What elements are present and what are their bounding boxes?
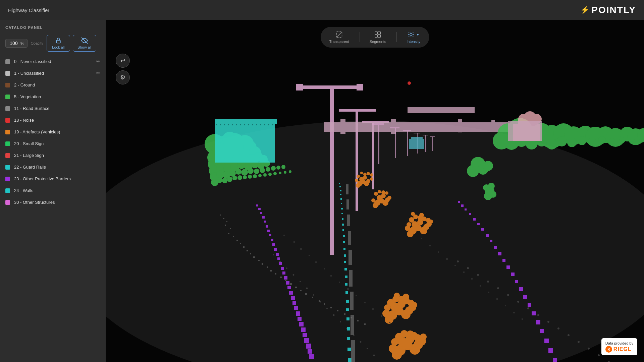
- svg-rect-64: [276, 253, 279, 256]
- svg-point-279: [237, 175, 242, 180]
- svg-rect-375: [283, 235, 285, 236]
- svg-rect-371: [351, 340, 355, 362]
- svg-rect-372: [409, 139, 424, 149]
- view-toolbar: Transparent Segments: [321, 27, 429, 48]
- svg-point-43: [313, 294, 314, 296]
- class-item-18[interactable]: 18 - Noise👁: [0, 114, 106, 126]
- svg-rect-330: [216, 124, 217, 125]
- svg-point-161: [363, 173, 367, 176]
- class-item-2[interactable]: 2 - Ground👁: [0, 79, 106, 91]
- svg-point-224: [406, 330, 414, 339]
- svg-rect-354: [390, 127, 399, 128]
- svg-rect-336: [240, 124, 241, 125]
- class-label-19: 19 - Artefacts (Vehicles): [14, 129, 96, 134]
- svg-point-163: [370, 173, 373, 177]
- show-all-label: Show all: [77, 45, 92, 49]
- svg-rect-24: [290, 283, 292, 285]
- lock-all-button[interactable]: Lock all: [47, 35, 70, 52]
- svg-rect-106: [544, 339, 549, 343]
- main-content: CATALOG PANEL 100 % Opacity Lock all: [0, 20, 644, 362]
- svg-rect-67: [281, 267, 284, 270]
- svg-point-49: [353, 335, 355, 336]
- class-item-11[interactable]: 11 - Road Surface👁: [0, 103, 106, 114]
- svg-rect-69: [284, 276, 287, 280]
- svg-point-263: [223, 171, 230, 179]
- svg-point-177: [385, 191, 388, 195]
- svg-point-156: [363, 176, 367, 180]
- svg-rect-96: [502, 259, 505, 262]
- svg-point-154: [364, 181, 369, 186]
- svg-point-47: [340, 321, 341, 322]
- svg-point-241: [236, 145, 251, 160]
- class-item-22[interactable]: 22 - Guard Rails👁: [0, 161, 106, 173]
- svg-rect-397: [488, 292, 489, 293]
- class-item-30[interactable]: 30 - Other Structures👁: [0, 196, 106, 208]
- svg-point-170: [381, 193, 386, 198]
- svg-point-216: [402, 340, 413, 350]
- svg-rect-140: [356, 111, 358, 211]
- svg-point-52: [373, 355, 375, 356]
- svg-point-264: [229, 170, 236, 177]
- settings-button[interactable]: ⚙: [116, 70, 130, 84]
- svg-point-313: [588, 138, 596, 146]
- svg-point-252: [209, 165, 220, 177]
- svg-rect-109: [339, 183, 340, 184]
- svg-point-287: [279, 172, 281, 174]
- class-item-5[interactable]: 5 - Vegetation👁: [0, 91, 106, 103]
- svg-point-288: [284, 171, 286, 174]
- svg-rect-112: [340, 194, 341, 195]
- svg-point-165: [357, 175, 360, 178]
- svg-rect-143: [362, 121, 389, 123]
- svg-point-256: [237, 161, 246, 169]
- svg-point-235: [222, 132, 237, 146]
- svg-rect-34: [351, 317, 352, 318]
- class-item-21[interactable]: 21 - Large Sign👁: [0, 149, 106, 161]
- transparent-button[interactable]: Transparent: [326, 29, 353, 45]
- svg-rect-60: [269, 234, 271, 236]
- class-item-19[interactable]: 19 - Artefacts (Vehicles)👁: [0, 126, 106, 138]
- class-item-0[interactable]: 0 - Never classified👁: [0, 56, 106, 67]
- class-color-30: [5, 200, 10, 205]
- class-eye-0[interactable]: 👁: [96, 59, 100, 64]
- svg-point-267: [248, 168, 254, 174]
- class-item-24[interactable]: 24 - Walls👁: [0, 185, 106, 196]
- svg-point-236: [228, 139, 248, 159]
- svg-point-46: [333, 314, 335, 316]
- svg-rect-363: [346, 184, 348, 194]
- class-item-20[interactable]: 20 - Small Sign👁: [0, 138, 106, 149]
- svg-rect-390: [429, 245, 431, 246]
- svg-point-260: [263, 160, 270, 167]
- show-all-button[interactable]: Show all: [73, 35, 96, 52]
- svg-rect-94: [494, 246, 497, 249]
- svg-point-265: [235, 169, 241, 175]
- intensity-button[interactable]: ▼ Intensity: [403, 29, 424, 45]
- svg-rect-78: [299, 322, 304, 326]
- svg-point-293: [532, 123, 551, 142]
- svg-rect-373: [411, 137, 423, 141]
- opacity-control[interactable]: 100 %: [5, 39, 28, 48]
- class-item-23[interactable]: 23 - Other Protective Barriers👁: [0, 173, 106, 185]
- class-eye-1[interactable]: 👁: [96, 71, 100, 76]
- svg-point-208: [403, 298, 410, 304]
- svg-point-296: [564, 126, 583, 145]
- svg-rect-93: [490, 240, 492, 242]
- undo-button[interactable]: ↩: [116, 54, 130, 68]
- svg-point-155: [359, 177, 364, 182]
- svg-point-403: [467, 267, 469, 269]
- svg-rect-15: [250, 253, 251, 254]
- class-color-23: [5, 177, 10, 181]
- svg-rect-127: [345, 283, 347, 286]
- viewport[interactable]: Transparent Segments: [106, 20, 644, 362]
- svg-rect-118: [342, 224, 344, 226]
- svg-point-253: [216, 163, 226, 173]
- svg-rect-53: [256, 204, 258, 206]
- svg-point-203: [405, 306, 413, 314]
- svg-point-191: [409, 217, 414, 223]
- svg-point-408: [517, 301, 519, 303]
- svg-rect-89: [473, 218, 476, 221]
- svg-point-159: [355, 179, 358, 182]
- svg-point-323: [485, 186, 494, 196]
- svg-point-324: [484, 192, 492, 200]
- class-item-1[interactable]: 1 - Unclassified👁: [0, 67, 106, 79]
- segments-button[interactable]: Segments: [366, 29, 390, 45]
